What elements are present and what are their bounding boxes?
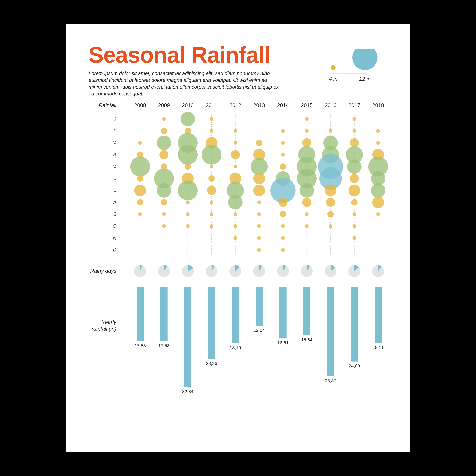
svg-text:M: M	[112, 140, 116, 145]
size-legend-svg: 4 in12 in	[313, 49, 382, 89]
svg-point-146	[372, 196, 384, 208]
svg-point-51	[157, 136, 171, 150]
svg-text:28,87: 28,87	[325, 378, 336, 383]
svg-text:17,55: 17,55	[135, 343, 146, 348]
svg-text:2018: 2018	[372, 102, 384, 108]
svg-text:2013: 2013	[253, 102, 265, 108]
svg-text:2010: 2010	[182, 102, 194, 108]
svg-point-63	[185, 163, 191, 170]
svg-point-67	[186, 212, 190, 216]
svg-point-98	[257, 248, 261, 252]
svg-point-75	[207, 186, 216, 195]
svg-point-111	[305, 129, 309, 133]
svg-point-76	[210, 201, 213, 204]
svg-point-147	[376, 212, 380, 216]
main-svg: Rainfall20082009201020112012201320142015…	[89, 102, 394, 411]
svg-point-95	[257, 212, 261, 216]
svg-point-77	[210, 212, 213, 216]
svg-point-48	[138, 212, 142, 216]
svg-point-96	[257, 224, 261, 228]
svg-point-94	[257, 201, 261, 204]
svg-point-78	[210, 224, 213, 228]
poster-page: Seasonal Rainfall Lorem ipsum dolor sit …	[66, 24, 410, 452]
svg-text:2012: 2012	[230, 102, 241, 108]
svg-point-47	[137, 199, 143, 205]
svg-point-140	[376, 129, 380, 133]
svg-point-59	[181, 112, 195, 126]
svg-point-46	[134, 185, 146, 196]
svg-point-135	[349, 185, 360, 196]
svg-point-109	[281, 248, 285, 252]
svg-point-110	[305, 117, 309, 121]
svg-text:J: J	[114, 176, 117, 181]
svg-point-88	[234, 236, 237, 240]
svg-point-57	[162, 212, 166, 216]
svg-point-127	[327, 211, 334, 217]
svg-text:2017: 2017	[349, 102, 360, 108]
svg-point-100	[281, 141, 285, 145]
svg-text:Rainfall: Rainfall	[99, 102, 117, 108]
svg-point-107	[281, 224, 285, 228]
svg-rect-172	[255, 287, 263, 326]
svg-point-45	[137, 175, 143, 182]
svg-text:D: D	[113, 247, 116, 253]
svg-point-87	[234, 224, 237, 228]
svg-text:A: A	[113, 200, 116, 205]
svg-point-130	[353, 129, 356, 133]
svg-point-120	[329, 129, 332, 133]
svg-text:2016: 2016	[325, 102, 337, 108]
svg-text:23,26: 23,26	[206, 361, 217, 366]
svg-point-0	[331, 65, 336, 70]
svg-text:A: A	[113, 152, 116, 157]
svg-text:N: N	[113, 235, 117, 241]
svg-text:15,64: 15,64	[301, 337, 312, 342]
svg-point-117	[302, 198, 311, 207]
svg-point-105	[278, 198, 288, 207]
svg-text:O: O	[113, 223, 116, 229]
svg-point-81	[231, 150, 240, 159]
svg-rect-182	[374, 287, 382, 343]
svg-text:4 in: 4 in	[329, 76, 338, 82]
svg-rect-170	[232, 287, 239, 343]
svg-point-93	[253, 185, 265, 196]
svg-rect-178	[327, 287, 334, 376]
svg-rect-174	[279, 287, 287, 338]
svg-point-129	[353, 117, 356, 121]
svg-text:J: J	[114, 188, 117, 193]
svg-point-137	[353, 212, 356, 216]
svg-point-112	[302, 138, 311, 147]
svg-rect-166	[184, 287, 191, 387]
svg-point-106	[280, 211, 286, 217]
svg-point-125	[325, 185, 337, 196]
svg-rect-162	[136, 287, 144, 341]
svg-point-42	[138, 141, 142, 145]
svg-text:24,09: 24,09	[349, 363, 360, 368]
svg-text:M: M	[112, 164, 116, 169]
svg-rect-176	[303, 287, 310, 335]
svg-text:2015: 2015	[301, 102, 313, 108]
svg-point-89	[256, 140, 262, 146]
svg-point-92	[253, 173, 265, 185]
svg-point-79	[234, 129, 237, 133]
svg-text:rainfall (in): rainfall (in)	[92, 326, 116, 332]
svg-point-118	[305, 212, 309, 216]
svg-point-58	[162, 224, 166, 228]
svg-point-52	[159, 150, 169, 159]
svg-point-145	[371, 183, 385, 198]
svg-point-141	[376, 141, 380, 145]
svg-point-101	[281, 153, 285, 156]
svg-point-55	[157, 183, 171, 198]
svg-text:F: F	[113, 128, 117, 134]
svg-rect-180	[351, 287, 358, 361]
svg-point-80	[234, 141, 237, 145]
svg-text:Yearly: Yearly	[102, 319, 117, 325]
svg-point-85	[228, 195, 243, 210]
svg-point-74	[208, 175, 215, 182]
svg-point-119	[305, 224, 309, 228]
size-legend: 4 in12 in	[313, 49, 382, 83]
svg-point-65	[178, 181, 198, 200]
svg-point-136	[351, 199, 357, 205]
svg-text:J: J	[114, 116, 117, 122]
svg-rect-168	[208, 287, 215, 359]
svg-point-116	[300, 183, 314, 198]
